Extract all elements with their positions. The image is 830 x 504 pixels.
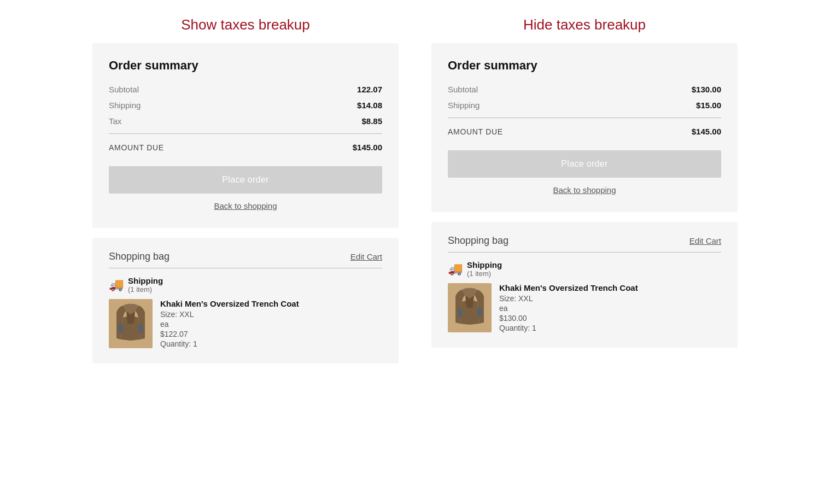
right-product-image [448,283,492,332]
right-back-to-shopping-link[interactable]: Back to shopping [448,185,721,195]
right-subtotal-row: Subtotal $130.00 [448,81,721,97]
left-order-summary-card: Order summary Subtotal 122.07 Shipping $… [92,43,399,228]
left-product-row: Khaki Men's Oversized Trench Coat Size: … [109,299,382,348]
right-truck-icon: 🚚 [448,262,463,276]
right-panel-title: Hide taxes breakup [523,16,646,33]
left-subtotal-row: Subtotal 122.07 [109,81,382,97]
left-shipping-label: Shipping [109,101,141,110]
right-summary-divider [448,118,721,118]
left-place-order-button[interactable]: Place order [109,166,382,194]
right-bag-title: Shopping bag [448,235,508,247]
right-shipping-row: Shipping $15.00 [448,97,721,113]
right-amount-due-row: AMOUNT DUE $145.00 [448,122,721,138]
left-shipping-value: $14.08 [357,101,382,110]
right-edit-cart-link[interactable]: Edit Cart [689,236,721,245]
left-summary-divider [109,133,382,134]
svg-rect-3 [477,308,482,317]
left-product-size: Size: XXL [160,310,299,319]
right-panel: Hide taxes breakup Order summary Subtota… [431,16,738,348]
right-shipping-items: (1 item) [467,269,502,278]
left-amount-due-row: AMOUNT DUE $145.00 [109,138,382,154]
right-product-price: $130.00 [499,314,638,323]
svg-rect-0 [119,324,123,333]
right-shipping-bag-label: Shipping [467,260,502,269]
left-shipping-row: Shipping $14.08 [109,97,382,113]
right-shipping-label: Shipping [448,101,480,110]
left-product-unit: ea [160,320,299,329]
left-shipping-row-bag: 🚚 Shipping (1 item) [109,276,382,294]
left-bag-divider [109,268,382,268]
left-truck-icon: 🚚 [109,278,124,292]
right-order-summary-title: Order summary [448,58,721,73]
left-panel-title: Show taxes breakup [181,16,310,33]
left-amount-due-value: $145.00 [353,143,382,152]
right-product-details: Khaki Men's Oversized Trench Coat Size: … [499,283,638,332]
svg-rect-1 [138,324,143,333]
left-tax-value: $8.85 [361,116,382,126]
left-product-price: $122.07 [160,330,299,338]
right-product-name: Khaki Men's Oversized Trench Coat [499,283,638,292]
left-order-summary-title: Order summary [109,58,382,73]
left-back-to-shopping-link[interactable]: Back to shopping [109,201,382,210]
right-order-summary-card: Order summary Subtotal $130.00 Shipping … [431,43,738,212]
left-product-quantity: Quantity: 1 [160,339,299,348]
right-shipping-value: $15.00 [696,101,721,110]
right-shopping-bag-card: Shopping bag Edit Cart 🚚 Shipping (1 ite… [431,222,738,348]
left-tax-label: Tax [109,116,121,126]
right-bag-divider [448,252,721,253]
left-shopping-bag-card: Shopping bag Edit Cart 🚚 Shipping (1 ite… [92,238,399,364]
left-panel: Show taxes breakup Order summary Subtota… [92,16,399,364]
left-subtotal-label: Subtotal [109,85,139,94]
left-product-name: Khaki Men's Oversized Trench Coat [160,299,299,308]
left-edit-cart-link[interactable]: Edit Cart [350,252,382,261]
right-product-row: Khaki Men's Oversized Trench Coat Size: … [448,283,721,332]
right-product-quantity: Quantity: 1 [499,324,638,332]
left-shipping-bag-label: Shipping [128,276,163,285]
right-subtotal-label: Subtotal [448,85,478,94]
left-bag-header: Shopping bag Edit Cart [109,251,382,262]
left-product-details: Khaki Men's Oversized Trench Coat Size: … [160,299,299,348]
left-shipping-items: (1 item) [128,285,163,294]
left-tax-row: Tax $8.85 [109,113,382,129]
right-amount-due-label: AMOUNT DUE [448,127,503,136]
left-amount-due-label: AMOUNT DUE [109,143,164,152]
left-subtotal-value: 122.07 [357,85,382,94]
svg-rect-2 [458,308,462,317]
right-amount-due-value: $145.00 [692,127,721,136]
right-product-size: Size: XXL [499,294,638,303]
right-subtotal-value: $130.00 [692,85,721,94]
right-bag-header: Shopping bag Edit Cart [448,235,721,247]
left-bag-title: Shopping bag [109,251,169,262]
right-place-order-button[interactable]: Place order [448,150,721,178]
right-shipping-row-bag: 🚚 Shipping (1 item) [448,260,721,278]
left-product-image [109,299,153,348]
right-product-unit: ea [499,304,638,313]
